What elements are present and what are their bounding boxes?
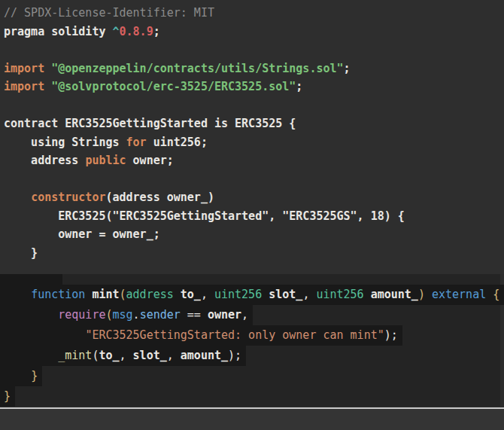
- code-token: pragma solidity: [4, 25, 113, 38]
- code-token: contract ERC3525GettingStarted is ERC352…: [4, 117, 296, 130]
- code-line[interactable]: using Strings for uint256;: [0, 133, 504, 152]
- code-line-text: _mint(to_, slot_, amount_);: [0, 346, 246, 366]
- code-line[interactable]: // SPDX-License-Identifier: MIT: [0, 4, 504, 23]
- code-line-text: owner = owner_;: [4, 225, 160, 244]
- code-token: function: [31, 288, 92, 301]
- code-line-text: require(msg.sender == owner,: [0, 305, 253, 325]
- code-line[interactable]: pragma solidity ^0.8.9;: [0, 23, 504, 41]
- code-line[interactable]: ERC3525("ERC3525GettingStarted", "ERC352…: [0, 207, 504, 226]
- code-token: to_: [181, 288, 201, 301]
- code-line[interactable]: address public owner;: [0, 151, 504, 170]
- code-token: ;: [153, 25, 160, 38]
- code-token: import: [4, 62, 51, 75]
- code-line[interactable]: owner = owner_;: [0, 225, 504, 244]
- code-line[interactable]: }: [0, 386, 500, 407]
- code-token: address: [126, 288, 174, 301]
- code-token: [4, 288, 31, 301]
- code-line[interactable]: [0, 170, 504, 189]
- code-token: ;: [344, 62, 351, 75]
- code-line-text: import "@openzeppelin/contracts/utils/St…: [4, 59, 351, 78]
- code-token: import: [4, 80, 51, 93]
- code-token: // SPDX-License-Identifier: MIT: [4, 6, 214, 20]
- code-token: ,: [167, 349, 181, 362]
- code-token: owner: [208, 308, 241, 322]
- code-line[interactable]: import "@solvprotocol/erc-3525/ERC3525.s…: [0, 78, 504, 96]
- code-token: constructor: [31, 191, 105, 204]
- code-token: }: [4, 389, 11, 403]
- code-line-text: function mint(address to_, uint256 slot_…: [0, 285, 504, 305]
- code-token: ,: [120, 349, 133, 362]
- code-line-text: }: [0, 386, 15, 407]
- code-line-text: address public owner;: [4, 151, 174, 170]
- code-token: "ERC3525GettingStarted: only owner can m…: [85, 328, 384, 342]
- code-token: amount_: [181, 349, 228, 362]
- code-token: owner = owner_;: [4, 227, 160, 241]
- code-token: (: [120, 288, 126, 301]
- code-token: [425, 288, 432, 301]
- code-token: ==: [181, 308, 208, 322]
- code-token: [4, 328, 85, 342]
- code-token: sender: [140, 308, 181, 322]
- code-token: [4, 308, 58, 322]
- code-token: ): [418, 288, 425, 301]
- code-block-highlighted-selection[interactable]: function mint(address to_, uint256 slot_…: [0, 274, 504, 407]
- code-line[interactable]: }: [0, 366, 500, 386]
- code-token: uint256;: [147, 136, 208, 149]
- code-line[interactable]: "ERC3525GettingStarted: only owner can m…: [0, 325, 500, 346]
- code-token: [4, 191, 31, 204]
- code-block-top[interactable]: // SPDX-License-Identifier: MITpragma so…: [0, 0, 504, 262]
- code-token: mint: [92, 288, 119, 301]
- code-token: [262, 288, 269, 301]
- code-line-text: pragma solidity ^0.8.9;: [4, 23, 160, 41]
- code-line-text: constructor(address owner_): [4, 188, 214, 207]
- code-line-text: [0, 274, 62, 285]
- code-token: amount_: [371, 288, 418, 301]
- code-token: ,: [302, 288, 316, 301]
- code-line-text: using Strings for uint256;: [4, 133, 208, 152]
- code-token: external: [432, 288, 486, 301]
- code-token: owner;: [126, 154, 174, 167]
- code-line[interactable]: contract ERC3525GettingStarted is ERC352…: [0, 114, 504, 133]
- code-token: uint256: [316, 288, 363, 301]
- code-token: .: [133, 308, 140, 322]
- code-line-text: import "@solvprotocol/erc-3525/ERC3525.s…: [4, 78, 302, 96]
- code-token: [364, 288, 371, 301]
- code-token: for: [126, 136, 147, 149]
- code-line[interactable]: [0, 274, 500, 285]
- code-token: 0.8.9: [120, 25, 153, 38]
- code-token: uint256: [214, 288, 262, 301]
- code-line-text: ERC3525("ERC3525GettingStarted", "ERC352…: [4, 207, 405, 226]
- code-token: ;: [296, 80, 302, 93]
- code-token: ^: [113, 25, 120, 38]
- code-token: {: [493, 288, 499, 301]
- code-token: address: [4, 154, 85, 167]
- code-line[interactable]: [0, 96, 504, 115]
- code-token: );: [384, 328, 398, 342]
- code-token: slot_: [133, 349, 167, 362]
- bottom-panel: [0, 409, 504, 430]
- code-token: _mint: [58, 349, 92, 362]
- code-line-text: }: [0, 366, 42, 386]
- code-token: }: [31, 369, 38, 383]
- code-token: ERC3525("ERC3525GettingStarted", "ERC352…: [4, 209, 405, 223]
- code-line[interactable]: constructor(address owner_): [0, 188, 504, 207]
- code-token: [4, 369, 31, 383]
- code-token: require: [58, 308, 105, 322]
- code-line[interactable]: [0, 41, 504, 59]
- code-line[interactable]: _mint(to_, slot_, amount_);: [0, 346, 500, 366]
- code-line[interactable]: require(msg.sender == owner,: [0, 305, 500, 325]
- code-token: slot_: [269, 288, 302, 301]
- code-line[interactable]: }: [0, 244, 504, 263]
- code-line-text: // SPDX-License-Identifier: MIT: [4, 4, 214, 23]
- code-token: "@solvprotocol/erc-3525/ERC3525.sol": [51, 80, 296, 93]
- code-token: (: [105, 308, 112, 322]
- code-token: public: [85, 154, 126, 167]
- code-token: ,: [201, 288, 214, 301]
- code-token: using Strings: [4, 136, 126, 149]
- code-line[interactable]: import "@openzeppelin/contracts/utils/St…: [0, 59, 504, 78]
- code-token: msg: [113, 308, 133, 322]
- code-token: to_: [99, 349, 119, 362]
- code-line[interactable]: function mint(address to_, uint256 slot_…: [0, 285, 500, 305]
- code-editor[interactable]: // SPDX-License-Identifier: MITpragma so…: [0, 0, 504, 430]
- code-token: [174, 288, 181, 301]
